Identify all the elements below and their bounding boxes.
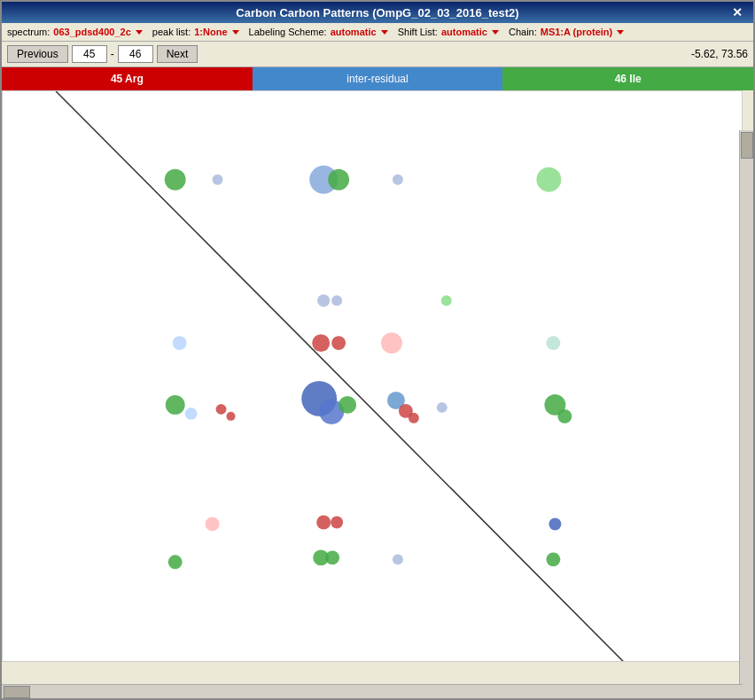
nav-dash: - — [111, 48, 114, 60]
horizontal-scrollbar[interactable] — [2, 684, 743, 698]
labeling-dropdown-icon[interactable] — [381, 30, 388, 35]
svg-point-27 — [557, 409, 572, 424]
coordinates-display: -5.62, 73.56 — [691, 48, 748, 60]
svg-point-1 — [165, 169, 186, 191]
svg-point-31 — [549, 518, 561, 531]
svg-point-15 — [166, 395, 185, 415]
svg-point-25 — [437, 402, 448, 413]
svg-point-32 — [168, 555, 183, 569]
spectrum-value: 063_pdsd400_2c — [53, 27, 130, 37]
svg-point-11 — [312, 334, 330, 352]
svg-point-14 — [546, 336, 560, 350]
horizontal-scroll-thumb[interactable] — [4, 686, 30, 698]
chain-value: MS1:A (protein) — [541, 27, 612, 37]
window-title: Carbon Carbon Patterns (OmpG_02_03_2016_… — [27, 6, 728, 19]
previous-button[interactable]: Previous — [7, 45, 68, 63]
svg-point-35 — [393, 554, 403, 564]
svg-point-2 — [213, 175, 223, 185]
section-headers: 45 Arg inter-residual 46 Ile — [2, 67, 753, 90]
svg-point-30 — [331, 517, 343, 529]
vertical-scroll-thumb[interactable] — [741, 132, 753, 159]
section-middle: inter-residual — [253, 67, 503, 90]
svg-point-16 — [185, 408, 198, 420]
shift-list-label: Shift List: — [398, 27, 438, 37]
main-window: Carbon Carbon Patterns (OmpG_02_03_2016_… — [0, 0, 755, 700]
svg-point-9 — [441, 295, 452, 306]
svg-point-36 — [546, 552, 560, 566]
svg-point-17 — [216, 404, 227, 415]
svg-point-8 — [331, 295, 342, 306]
vertical-scrollbar[interactable] — [739, 130, 753, 700]
svg-point-6 — [536, 167, 561, 192]
sep2 — [243, 27, 245, 37]
svg-point-12 — [331, 336, 346, 350]
svg-point-13 — [381, 332, 402, 354]
peak-list-value: 1:None — [194, 27, 227, 37]
svg-point-18 — [227, 412, 236, 421]
sep1 — [146, 27, 149, 37]
next-button[interactable]: Next — [157, 45, 198, 63]
sep4 — [502, 27, 505, 37]
spectrum-dropdown-icon[interactable] — [136, 30, 143, 35]
svg-point-4 — [328, 169, 349, 191]
close-button[interactable]: ✕ — [728, 5, 746, 19]
labeling-value: automatic — [331, 27, 377, 37]
shift-list-value: automatic — [441, 27, 487, 37]
chain-dropdown-icon[interactable] — [617, 30, 624, 35]
plot-area[interactable] — [2, 90, 743, 662]
spectrum-label: spectrum: — [7, 27, 50, 37]
to-input[interactable] — [118, 45, 153, 63]
svg-point-34 — [325, 550, 339, 564]
svg-point-5 — [393, 175, 403, 185]
plot-svg — [3, 91, 742, 661]
title-bar: Carbon Carbon Patterns (OmpG_02_03_2016_… — [2, 2, 753, 23]
svg-point-24 — [409, 413, 419, 424]
from-input[interactable] — [72, 45, 107, 63]
sep3 — [392, 27, 394, 37]
svg-point-7 — [317, 294, 330, 307]
shift-list-dropdown-icon[interactable] — [492, 30, 499, 35]
toolbar: spectrum: 063_pdsd400_2c peak list: 1:No… — [2, 23, 753, 42]
labeling-label: Labeling Scheme: — [249, 27, 327, 37]
section-right: 46 Ile — [502, 67, 753, 90]
peak-list-dropdown-icon[interactable] — [232, 30, 239, 35]
svg-point-29 — [316, 516, 331, 530]
chain-label: Chain: — [509, 27, 537, 37]
svg-point-10 — [173, 336, 187, 350]
section-left: 45 Arg — [2, 67, 253, 90]
nav-bar: Previous - Next -5.62, 73.56 — [2, 42, 753, 67]
peak-list-label: peak list: — [152, 27, 191, 37]
svg-point-21 — [339, 396, 356, 414]
svg-point-28 — [206, 517, 220, 532]
